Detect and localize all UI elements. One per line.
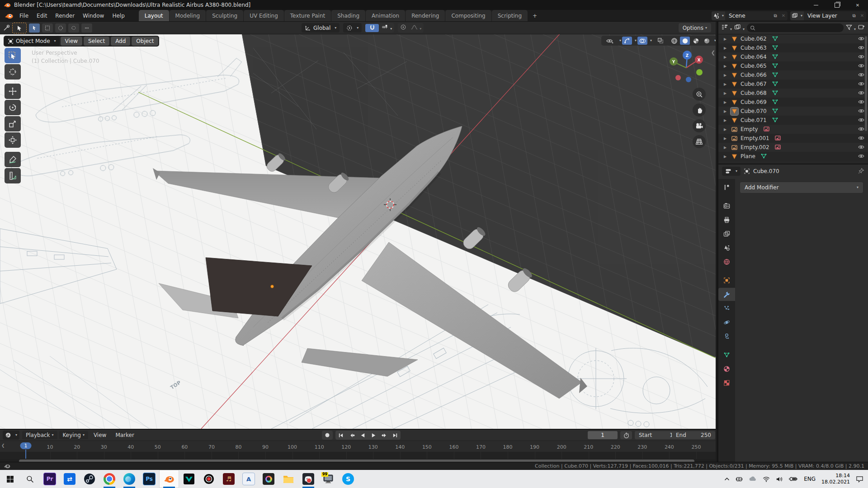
camera-view-button[interactable] [693, 119, 706, 132]
object-name[interactable]: Plane [741, 153, 755, 160]
record-button[interactable] [322, 431, 333, 440]
tool-icon[interactable] [3, 24, 10, 32]
taskbar-chrome-icon[interactable] [99, 470, 119, 488]
action-center-icon[interactable] [856, 476, 863, 483]
current-frame-field[interactable]: 1 [588, 431, 618, 439]
shading-material-button[interactable] [691, 37, 701, 45]
properties-tab-material[interactable] [718, 362, 735, 375]
visibility-eye-icon[interactable] [858, 126, 865, 132]
outliner-item[interactable]: ▶Empty [718, 125, 868, 134]
taskbar-steam-icon[interactable] [80, 470, 99, 488]
timeline-ruler[interactable]: ❮ 10203040506070809010011012013014015016… [0, 441, 716, 452]
properties-tab-render[interactable] [718, 199, 735, 212]
select-mode-circle[interactable] [55, 23, 66, 33]
shading-rendered-button[interactable] [702, 37, 712, 45]
visibility-eye-icon[interactable] [858, 135, 865, 141]
outliner-item[interactable]: ▶Empty.001 [718, 134, 868, 143]
taskbar-predator-icon[interactable] [179, 470, 199, 488]
outliner-item[interactable]: ▶Cube.069 [718, 98, 868, 107]
close-button[interactable]: ✕ [847, 0, 868, 10]
new-view-layer-icon[interactable]: ⧉ [850, 13, 858, 19]
mode-dropdown[interactable]: Object Mode ▾ [5, 37, 59, 46]
gizmo-neg-z[interactable] [686, 77, 691, 82]
tool-measure[interactable] [5, 168, 21, 183]
snap-toggle[interactable] [365, 24, 379, 32]
properties-tab-data[interactable] [718, 348, 735, 361]
proportional-falloff-dropdown[interactable]: ▾ [409, 24, 424, 31]
visibility-eye-icon[interactable] [858, 144, 865, 150]
object-name[interactable]: Cube.068 [741, 90, 767, 96]
properties-tab-tool[interactable] [718, 181, 735, 194]
properties-tab-modifiers[interactable] [718, 288, 735, 301]
outliner-item[interactable]: ▶Cube.071 [718, 116, 868, 125]
language-indicator[interactable]: ENG [804, 476, 816, 482]
taskbar-search-icon[interactable] [20, 470, 40, 488]
timeline-menu-playback[interactable]: Playback▾ [22, 431, 57, 439]
view-layer-selector[interactable]: ▾ View Layer ⧉ ✕ [790, 11, 866, 20]
ruler-overlap-arrow[interactable]: ❮ [1, 443, 5, 448]
tray-clock[interactable]: 18:14 18.02.2021 [821, 473, 850, 486]
tray-capture-icon[interactable] [736, 476, 743, 482]
timeline-tracks[interactable] [0, 452, 716, 459]
tab-modeling[interactable]: Modeling [170, 10, 206, 21]
object-name[interactable]: Empty [741, 126, 758, 132]
expand-arrow-icon[interactable]: ▶ [724, 91, 728, 95]
tool-cursor[interactable] [5, 64, 21, 80]
outliner-item[interactable]: ▶Plane [718, 152, 868, 161]
menu-edit[interactable]: Edit [33, 11, 51, 20]
tray-chevron-icon[interactable] [724, 477, 730, 481]
play-reverse-button[interactable] [357, 431, 368, 440]
taskbar-skype-icon[interactable]: S [338, 470, 358, 488]
menu-window[interactable]: Window [79, 11, 108, 20]
delete-view-layer-icon[interactable]: ✕ [858, 13, 866, 18]
taskbar-recorder-icon[interactable] [199, 470, 219, 488]
outliner-item[interactable]: ▶Cube.066 [718, 70, 868, 80]
properties-tab-scene[interactable] [718, 241, 735, 254]
object-name[interactable]: Cube.069 [741, 99, 767, 105]
minimize-button[interactable] [806, 0, 826, 10]
menu-render[interactable]: Render [51, 11, 79, 20]
outliner-item[interactable]: ▶Cube.068 [718, 89, 868, 98]
active-tool-select-box[interactable] [12, 23, 27, 33]
xray-toggle[interactable] [656, 37, 665, 45]
taskbar-teamviewer-icon[interactable]: ⇄ [60, 470, 80, 488]
zoom-button[interactable] [693, 88, 706, 101]
tool-rotate[interactable] [5, 100, 21, 115]
proportional-edit-toggle[interactable] [398, 24, 409, 32]
viewport-menu-select[interactable]: Select [84, 37, 109, 46]
play-button[interactable] [368, 431, 379, 440]
jump-start-button[interactable] [335, 431, 346, 440]
properties-tab-output[interactable] [718, 213, 735, 226]
menu-file[interactable]: File [15, 11, 33, 20]
expand-arrow-icon[interactable]: ▶ [724, 118, 728, 122]
3d-viewport[interactable]: TOP [0, 34, 716, 429]
properties-tab-constraints[interactable] [718, 330, 735, 343]
taskbar-writer-icon[interactable]: A [239, 470, 259, 488]
new-scene-icon[interactable]: ⧉ [771, 13, 779, 19]
visibility-eye-icon[interactable] [858, 63, 865, 69]
taskbar-creative-cloud-icon[interactable] [259, 470, 278, 488]
properties-tab-world[interactable] [718, 255, 735, 268]
transform-orientation-dropdown[interactable]: Global ▾ [302, 23, 340, 33]
tab-scripting[interactable]: Scripting [492, 10, 528, 21]
object-name[interactable]: Cube.063 [741, 45, 767, 51]
outliner-filter-dropdown[interactable]: ▾ [846, 24, 856, 32]
tab-shading[interactable]: Shading [331, 10, 365, 21]
expand-arrow-icon[interactable]: ▶ [724, 73, 728, 77]
taskbar-blender-icon[interactable] [159, 470, 179, 488]
object-name[interactable]: Empty.001 [741, 135, 769, 141]
expand-arrow-icon[interactable]: ▶ [724, 46, 728, 50]
restore-button[interactable] [826, 0, 847, 10]
outliner-item[interactable]: ▶Cube.064 [718, 52, 868, 61]
outliner-item[interactable]: ▶Cube.063 [718, 43, 868, 52]
expand-arrow-icon[interactable]: ▶ [724, 55, 728, 59]
expand-arrow-icon[interactable]: ▶ [724, 155, 728, 159]
tab-sculpting[interactable]: Sculpting [206, 10, 243, 21]
tool-move[interactable] [5, 84, 21, 99]
properties-tab-physics[interactable] [718, 316, 735, 329]
select-mode-box[interactable] [42, 23, 53, 33]
visibility-eye-icon[interactable] [858, 72, 865, 78]
taskbar-music-icon[interactable]: ♬ [219, 470, 239, 488]
select-mode-tweak[interactable] [29, 23, 40, 33]
gizmo-neg-x[interactable] [675, 75, 681, 80]
